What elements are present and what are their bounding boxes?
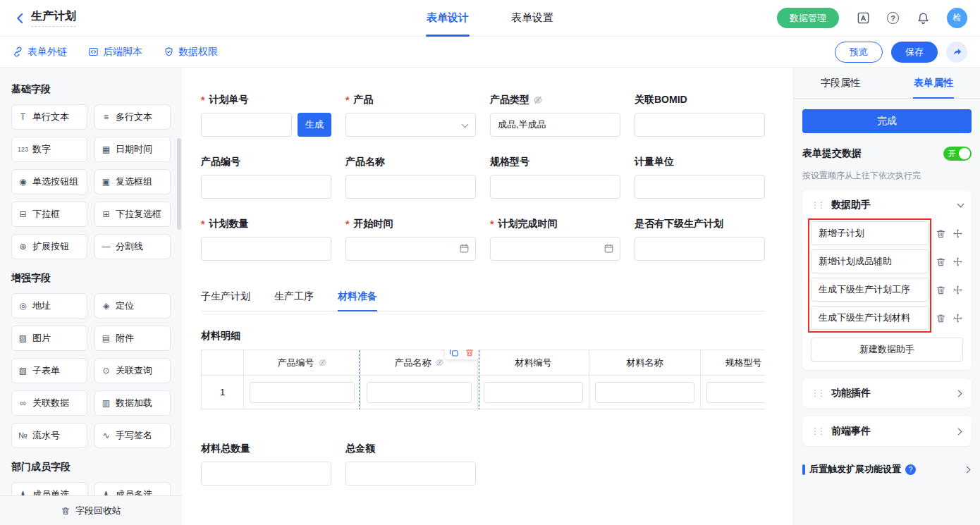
cell-spec-input[interactable] xyxy=(706,382,765,403)
delete-assistant-icon[interactable] xyxy=(936,285,946,295)
field-plan-no[interactable]: 计划单号 生成 xyxy=(201,93,331,137)
field-item-extend-button[interactable]: ⊕扩展按钮 xyxy=(11,234,87,259)
finish-time-input[interactable] xyxy=(490,237,620,261)
field-total-amount[interactable]: 总金额 xyxy=(345,442,476,486)
drag-handle-icon[interactable]: ⋮⋮ xyxy=(811,388,826,398)
preview-button[interactable]: 预览 xyxy=(835,42,883,63)
field-item-multi-select[interactable]: ⊞下拉复选框 xyxy=(94,202,171,227)
move-assistant-icon[interactable] xyxy=(953,257,963,267)
new-data-assistant-button[interactable]: 新建数据助手 xyxy=(811,338,963,362)
unit-input[interactable] xyxy=(635,175,765,199)
field-item-signature[interactable]: ∿手写签名 xyxy=(94,423,171,448)
copy-column-icon[interactable] xyxy=(449,350,459,357)
plan-no-input[interactable] xyxy=(201,113,292,137)
has-sub-plan-input[interactable] xyxy=(635,237,765,261)
form-title[interactable]: 生产计划 xyxy=(31,9,76,27)
plugin-header[interactable]: ⋮⋮ 功能插件 xyxy=(811,387,963,400)
done-button[interactable]: 完成 xyxy=(802,109,972,133)
assistant-item[interactable]: 新增计划成品辅助 xyxy=(811,249,929,273)
back-icon[interactable] xyxy=(13,11,28,26)
col-header-product-name[interactable]: 产品名称 xyxy=(361,350,478,376)
tab-material-prep[interactable]: 材料准备 xyxy=(338,290,377,311)
product-select[interactable] xyxy=(345,113,476,137)
tab-process[interactable]: 生产工序 xyxy=(274,290,314,311)
col-header-product-code[interactable]: 产品编号 xyxy=(244,350,361,376)
cell-material-code-input[interactable] xyxy=(484,382,583,403)
move-assistant-icon[interactable] xyxy=(953,228,963,239)
move-assistant-icon[interactable] xyxy=(953,285,963,295)
plan-qty-input[interactable] xyxy=(201,237,331,261)
field-unit[interactable]: 计量单位 xyxy=(635,155,765,199)
field-total-qty[interactable]: 材料总数量 xyxy=(201,442,331,486)
field-item-checkbox-group[interactable]: ▣复选框组 xyxy=(94,169,171,194)
field-item-datetime[interactable]: ▦日期时间 xyxy=(94,137,171,162)
product-type-input[interactable] xyxy=(490,113,620,137)
field-has-sub-plan[interactable]: 是否有下级生产计划 xyxy=(635,217,765,261)
total-amount-input[interactable] xyxy=(345,462,476,486)
field-bom-id[interactable]: 关联BOMID xyxy=(635,93,765,137)
share-button[interactable] xyxy=(946,42,967,63)
notification-bell-icon[interactable] xyxy=(916,11,930,25)
field-item-divider[interactable]: ―分割线 xyxy=(94,234,171,259)
product-name-input[interactable] xyxy=(345,175,476,199)
data-permission-action[interactable]: 数据权限 xyxy=(164,46,218,58)
field-product-type[interactable]: 产品类型 xyxy=(490,93,620,137)
help-icon[interactable]: ? xyxy=(905,464,916,475)
language-icon[interactable] xyxy=(856,11,870,25)
external-link-action[interactable]: 表单外链 xyxy=(13,46,67,58)
field-item-relation-data[interactable]: ∞关联数据 xyxy=(11,390,87,416)
delete-column-icon[interactable] xyxy=(465,350,474,357)
field-item-attachment[interactable]: ▤附件 xyxy=(94,326,171,351)
field-item-lookup[interactable]: ⊙关联查询 xyxy=(94,358,171,383)
delete-assistant-icon[interactable] xyxy=(936,228,946,239)
tab-field-properties[interactable]: 字段属性 xyxy=(794,68,887,98)
submit-data-toggle[interactable]: 开 xyxy=(943,147,972,161)
field-item-multi-text[interactable]: ≡多行文本 xyxy=(94,104,171,130)
drag-handle-icon[interactable]: ⋮⋮ xyxy=(811,200,826,210)
assistant-item[interactable]: 新增子计划 xyxy=(811,221,929,245)
field-item-image[interactable]: ▨图片 xyxy=(11,326,87,351)
field-item-number[interactable]: 123数字 xyxy=(11,137,87,162)
field-item-location[interactable]: ◈定位 xyxy=(94,293,171,319)
tab-sub-plan[interactable]: 子生产计划 xyxy=(201,290,250,311)
avatar[interactable]: 检 xyxy=(947,8,967,28)
tab-form-properties[interactable]: 表单属性 xyxy=(887,68,980,98)
field-item-address[interactable]: ◎地址 xyxy=(11,293,87,319)
backend-script-action[interactable]: 后端脚本 xyxy=(88,46,142,58)
field-item-radio-group[interactable]: ◉单选按钮组 xyxy=(11,169,87,194)
drag-handle-icon[interactable]: ⋮⋮ xyxy=(811,426,826,436)
frontend-events-header[interactable]: ⋮⋮ 前端事件 xyxy=(811,425,963,438)
delete-assistant-icon[interactable] xyxy=(936,313,946,323)
sidebar-scrollbar[interactable] xyxy=(177,138,181,230)
total-qty-input[interactable] xyxy=(201,462,331,486)
data-manage-button[interactable]: 数据管理 xyxy=(777,8,839,28)
field-plan-qty[interactable]: 计划数量 xyxy=(201,217,331,261)
cell-material-name-input[interactable] xyxy=(595,382,694,403)
help-icon[interactable]: ? xyxy=(887,12,899,24)
post-trigger-settings[interactable]: 后置触发扩展功能设置 ? xyxy=(802,463,972,476)
col-header-material-name[interactable]: 材料名称 xyxy=(589,350,701,376)
field-item-serial-number[interactable]: №流水号 xyxy=(11,423,87,448)
tab-form-design[interactable]: 表单设计 xyxy=(427,0,469,37)
spec-input[interactable] xyxy=(490,175,620,199)
delete-assistant-icon[interactable] xyxy=(936,257,946,267)
col-header-material-code[interactable]: 材料编号 xyxy=(478,350,589,376)
field-item-data-load[interactable]: ▥数据加载 xyxy=(94,390,171,416)
bom-id-input[interactable] xyxy=(635,113,765,137)
field-item-select[interactable]: ⊟下拉框 xyxy=(11,202,87,227)
col-header-spec[interactable]: 规格型号 xyxy=(701,350,766,376)
generate-button[interactable]: 生成 xyxy=(298,113,331,137)
move-assistant-icon[interactable] xyxy=(953,313,963,323)
field-product[interactable]: 产品 xyxy=(345,93,476,137)
tab-form-settings[interactable]: 表单设置 xyxy=(511,0,553,37)
field-product-code[interactable]: 产品编号 xyxy=(201,155,331,199)
start-time-input[interactable] xyxy=(345,237,476,261)
product-code-input[interactable] xyxy=(201,175,331,199)
field-start-time[interactable]: 开始时间 xyxy=(345,217,476,261)
field-recycle-bin[interactable]: 字段回收站 xyxy=(0,495,182,525)
field-item-subform[interactable]: ▧子表单 xyxy=(11,358,87,383)
assistant-item[interactable]: 生成下级生产计划材料 xyxy=(811,306,929,330)
assistant-item[interactable]: 生成下级生产计划工序 xyxy=(811,278,929,302)
field-product-name[interactable]: 产品名称 xyxy=(345,155,476,199)
field-finish-time[interactable]: 计划完成时间 xyxy=(490,217,620,261)
